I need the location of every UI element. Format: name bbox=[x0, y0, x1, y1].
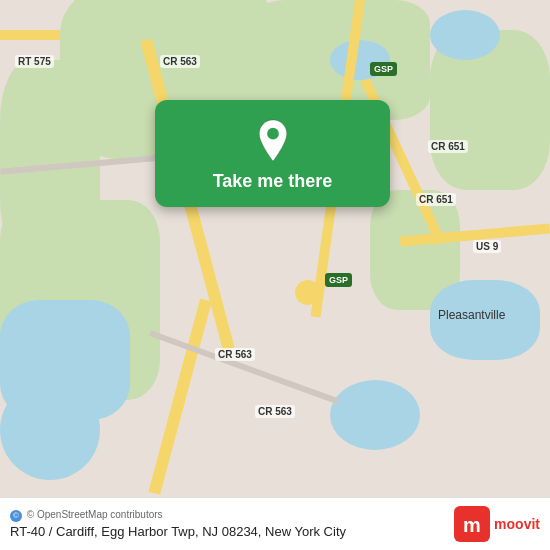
moovit-icon: m bbox=[454, 506, 490, 542]
osm-credit-text: © OpenStreetMap contributors bbox=[27, 509, 163, 520]
water-area bbox=[330, 380, 420, 450]
svg-point-0 bbox=[267, 128, 279, 140]
shield-gsp-bot: GSP bbox=[325, 273, 352, 287]
road-rt575 bbox=[0, 30, 60, 40]
osm-icon: © bbox=[10, 510, 22, 522]
location-pin-icon bbox=[254, 118, 292, 163]
road-label-cr651-top: CR 651 bbox=[428, 140, 468, 153]
road-label-cr651-bot: CR 651 bbox=[416, 193, 456, 206]
water-area bbox=[0, 380, 100, 480]
road-label-cr563-top: CR 563 bbox=[160, 55, 200, 68]
moovit-text: moovit bbox=[494, 516, 540, 532]
intersection-node bbox=[295, 280, 320, 305]
map-container: CR 563 CR 563 CR 563 CR 651 CR 651 US 9 … bbox=[0, 0, 550, 550]
road-label-rt575: RT 575 bbox=[15, 55, 54, 68]
bottom-bar: © © OpenStreetMap contributors RT-40 / C… bbox=[0, 497, 550, 550]
bottom-left-info: © © OpenStreetMap contributors RT-40 / C… bbox=[10, 509, 346, 538]
place-label-pleasantville: Pleasantville bbox=[438, 308, 505, 322]
road-label-us9: US 9 bbox=[473, 240, 501, 253]
map-background: CR 563 CR 563 CR 563 CR 651 CR 651 US 9 … bbox=[0, 0, 550, 550]
popup-card: Take me there bbox=[155, 100, 390, 207]
location-text: RT-40 / Cardiff, Egg Harbor Twp, NJ 0823… bbox=[10, 524, 346, 539]
road-label-cr563-bot: CR 563 bbox=[255, 405, 295, 418]
water-area bbox=[430, 10, 500, 60]
moovit-logo: m moovit bbox=[454, 506, 540, 542]
osm-credit: © © OpenStreetMap contributors bbox=[10, 509, 346, 521]
road-label-cr563-mid: CR 563 bbox=[215, 348, 255, 361]
take-me-there-button[interactable]: Take me there bbox=[213, 171, 333, 193]
shield-gsp-top: GSP bbox=[370, 62, 397, 76]
svg-text:m: m bbox=[463, 514, 481, 536]
